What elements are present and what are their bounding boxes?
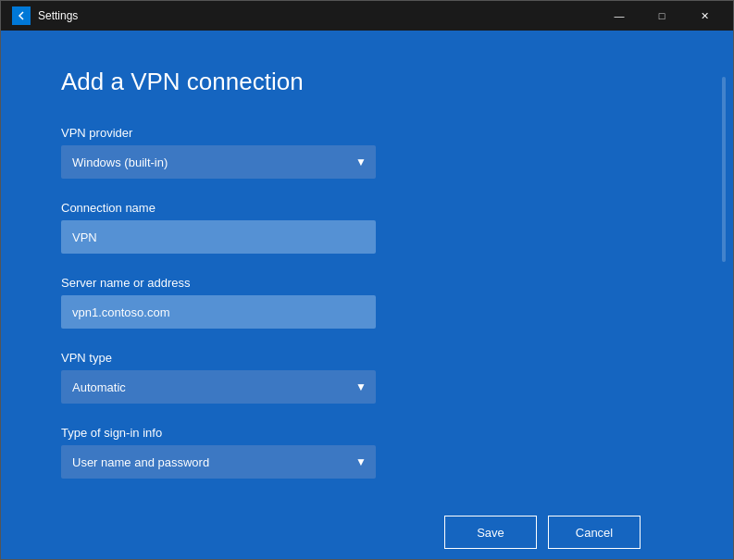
vpn-provider-select[interactable]: Windows (built-in)	[61, 145, 376, 179]
content-area: Add a VPN connection VPN provider Window…	[1, 31, 733, 559]
vpn-provider-wrapper: Windows (built-in) ▼	[61, 145, 376, 179]
connection-name-group: Connection name	[61, 201, 668, 254]
close-button[interactable]: ✕	[683, 1, 726, 31]
window-title: Settings	[38, 9, 78, 22]
settings-window: Settings — □ ✕ Add a VPN connection VPN …	[0, 0, 734, 560]
save-button[interactable]: Save	[444, 516, 537, 549]
connection-name-label: Connection name	[61, 201, 668, 215]
vpn-type-group: VPN type Automatic PPTP L2TP/IPsec SSTP …	[61, 351, 668, 404]
title-bar: Settings — □ ✕	[1, 1, 733, 31]
maximize-button[interactable]: □	[641, 1, 683, 31]
title-bar-left: Settings	[12, 6, 78, 25]
scrollbar-track[interactable]	[722, 77, 726, 262]
vpn-type-label: VPN type	[61, 351, 668, 365]
vpn-type-select[interactable]: Automatic PPTP L2TP/IPsec SSTP IKEv2	[61, 370, 376, 404]
connection-name-input[interactable]	[61, 220, 376, 254]
signin-type-group: Type of sign-in info User name and passw…	[61, 426, 668, 479]
signin-type-label: Type of sign-in info	[61, 426, 668, 440]
vpn-type-wrapper: Automatic PPTP L2TP/IPsec SSTP IKEv2 ▼	[61, 370, 376, 404]
server-address-label: Server name or address	[61, 276, 668, 290]
signin-type-select[interactable]: User name and password Smart card One-ti…	[61, 445, 376, 479]
vpn-provider-label: VPN provider	[61, 126, 668, 140]
cancel-button[interactable]: Cancel	[548, 516, 641, 549]
footer-buttons: Save Cancel	[61, 516, 668, 549]
main-content: Add a VPN connection VPN provider Window…	[1, 31, 715, 559]
minimize-button[interactable]: —	[598, 1, 641, 31]
window-controls: — □ ✕	[598, 1, 726, 31]
server-address-input[interactable]	[61, 295, 376, 329]
scrollbar-area	[715, 31, 733, 559]
page-title: Add a VPN connection	[61, 68, 668, 96]
back-button[interactable]	[12, 6, 31, 25]
signin-type-wrapper: User name and password Smart card One-ti…	[61, 445, 376, 479]
vpn-provider-group: VPN provider Windows (built-in) ▼	[61, 126, 668, 179]
server-address-group: Server name or address	[61, 276, 668, 329]
